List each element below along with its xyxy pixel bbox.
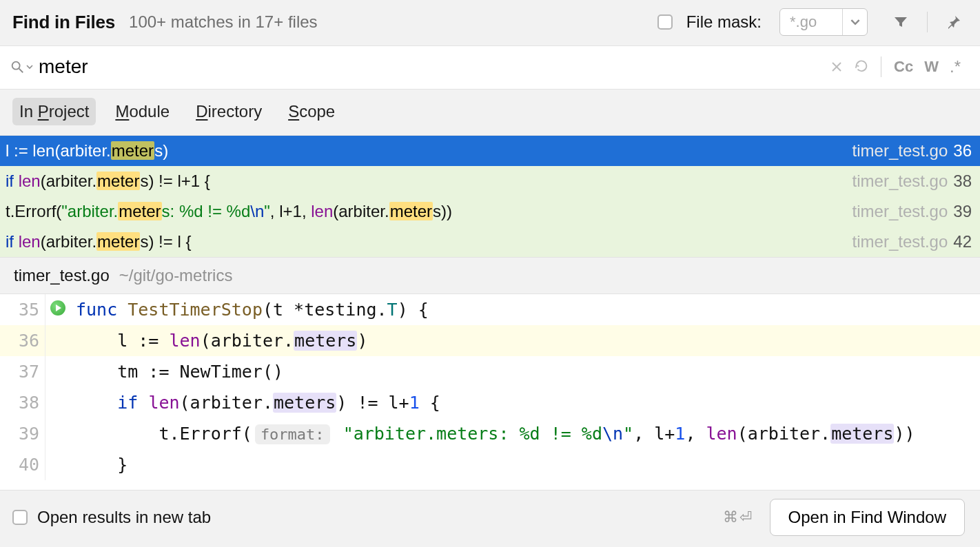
shortcut-hint: ⌘⏎	[723, 508, 753, 526]
history-icon[interactable]	[850, 56, 872, 78]
gutter-line-number: 36	[0, 325, 45, 356]
scope-tab-scope[interactable]: Scope	[281, 98, 342, 125]
code-line[interactable]: 40 }	[0, 449, 980, 480]
dialog-title: Find in Files	[12, 12, 115, 33]
svg-line-1	[19, 69, 23, 73]
gutter-line-number: 37	[0, 356, 45, 387]
code-preview[interactable]: 35func TestTimerStop(t *testing.T) {36 l…	[0, 294, 980, 490]
regex-toggle[interactable]: .*	[946, 54, 965, 79]
result-file: timer_test.go	[853, 172, 948, 191]
result-line: 39	[953, 202, 972, 221]
search-input[interactable]	[37, 54, 823, 79]
run-test-icon[interactable]	[50, 300, 65, 316]
gutter-line-number: 39	[0, 418, 45, 449]
scope-tab-project[interactable]: In Project	[12, 98, 96, 125]
filter-icon[interactable]	[890, 11, 912, 33]
code-line[interactable]: 35func TestTimerStop(t *testing.T) {	[0, 294, 980, 325]
search-icon[interactable]	[10, 59, 33, 74]
svg-point-0	[12, 62, 20, 70]
gutter-line-number: 38	[0, 387, 45, 418]
match-case-toggle[interactable]: Cc	[890, 55, 917, 79]
search-row: Cc W .*	[0, 46, 980, 90]
result-row[interactable]: l := len(arbiter.meters)timer_test.go36	[0, 136, 980, 166]
result-file: timer_test.go	[853, 141, 948, 161]
gutter-line-number: 35	[0, 294, 45, 325]
chevron-down-icon[interactable]	[842, 9, 867, 35]
file-mask-value: *.go	[780, 13, 842, 31]
file-mask-combo[interactable]: *.go	[779, 8, 868, 36]
scope-tab-directory[interactable]: Directory	[189, 98, 269, 125]
file-mask-checkbox[interactable]	[657, 14, 673, 30]
dialog-footer: Open results in new tab ⌘⏎ Open in Find …	[0, 490, 980, 547]
result-line: 36	[953, 141, 972, 161]
result-line: 38	[953, 172, 972, 191]
preview-file: timer_test.go	[14, 266, 110, 285]
code-line[interactable]: 38 if len(arbiter.meters) != l+1 {	[0, 387, 980, 418]
scope-tab-module[interactable]: Module	[108, 98, 176, 125]
dialog-header: Find in Files 100+ matches in 17+ files …	[0, 0, 980, 46]
open-find-window-button[interactable]: Open in Find Window	[770, 499, 965, 536]
result-row[interactable]: if len(arbiter.meters) != l {timer_test.…	[0, 227, 980, 257]
code-line[interactable]: 37 tm := NewTimer()	[0, 356, 980, 387]
open-new-tab-checkbox[interactable]	[12, 510, 28, 525]
match-count: 100+ matches in 17+ files	[129, 12, 318, 32]
scope-tabs: In ProjectModuleDirectoryScope	[0, 90, 980, 136]
result-file: timer_test.go	[853, 232, 948, 251]
file-mask-label: File mask:	[686, 12, 762, 32]
gutter-line-number: 40	[0, 449, 45, 480]
clear-icon[interactable]	[826, 56, 848, 78]
results-list: l := len(arbiter.meters)timer_test.go36i…	[0, 136, 980, 257]
divider	[927, 12, 928, 32]
divider	[881, 56, 881, 77]
open-new-tab-label: Open results in new tab	[37, 508, 211, 527]
preview-header: timer_test.go ~/git/go-metrics	[0, 257, 980, 294]
result-file: timer_test.go	[853, 202, 948, 221]
code-line[interactable]: 39 t.Errorf(format: "arbiter.meters: %d …	[0, 418, 980, 449]
result-line: 42	[953, 232, 972, 251]
preview-path: ~/git/go-metrics	[119, 266, 233, 285]
result-row[interactable]: if len(arbiter.meters) != l+1 {timer_tes…	[0, 166, 980, 196]
code-line[interactable]: 36 l := len(arbiter.meters)	[0, 325, 980, 356]
result-row[interactable]: t.Errorf("arbiter.meters: %d != %d\n", l…	[0, 196, 980, 227]
whole-word-toggle[interactable]: W	[920, 55, 943, 79]
pin-icon[interactable]	[943, 11, 965, 33]
